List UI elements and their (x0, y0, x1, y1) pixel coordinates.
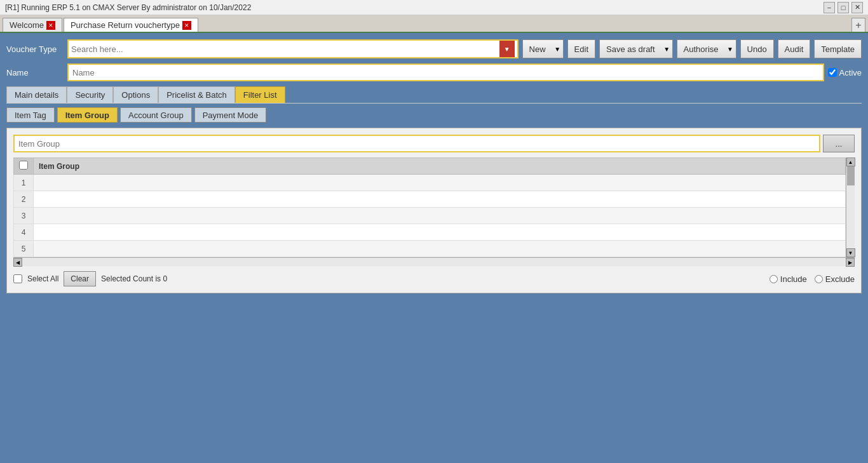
clear-button[interactable]: Clear (64, 271, 96, 286)
inner-tab-payment-mode-label: Payment Mode (203, 111, 258, 120)
table-cell-rownum-1: 1 (14, 175, 34, 191)
authorise-group: Authorise ▼ (677, 39, 736, 58)
item-group-table: Item Group 1 2 (13, 158, 846, 257)
selected-count-label: Selected Count is 0 (101, 274, 167, 283)
table-cell-rownum-4: 4 (14, 224, 34, 241)
tab-security[interactable]: Security (67, 86, 113, 103)
include-radio[interactable] (770, 275, 778, 283)
table-with-vscroll: Item Group 1 2 (13, 158, 855, 257)
table-header-checkbox-col (14, 158, 34, 175)
table-area: Item Group 1 2 (13, 158, 855, 266)
table-row: 1 (14, 175, 846, 191)
name-row: Name Active (6, 64, 862, 81)
scroll-left-button[interactable]: ◀ (13, 258, 22, 267)
close-button[interactable]: ✕ (851, 2, 863, 13)
new-dropdown-arrow[interactable]: ▼ (552, 39, 564, 58)
inner-tab-item-group[interactable]: Item Group (57, 107, 118, 123)
select-all-label[interactable]: Select All (27, 274, 58, 283)
edit-button[interactable]: Edit (567, 39, 595, 58)
bottom-controls: Select All Clear Selected Count is 0 Inc… (13, 271, 855, 286)
table-row: 4 (14, 224, 846, 241)
tab-pricelist-batch[interactable]: Pricelist & Batch (158, 86, 235, 103)
dropdown-arrow-icon[interactable]: ▼ (499, 41, 515, 57)
tab-pricelist-batch-label: Pricelist & Batch (166, 90, 227, 100)
tab-bar: Welcome ✕ Purchase Return vouchertype ✕ … (0, 15, 868, 33)
inner-tab-item-group-label: Item Group (65, 111, 109, 120)
minimize-button[interactable]: − (824, 2, 835, 13)
save-draft-dropdown-arrow[interactable]: ▼ (661, 39, 673, 58)
undo-button[interactable]: Undo (740, 39, 774, 58)
exclude-radio-label[interactable]: Exclude (815, 274, 855, 284)
table-cell-rownum-5: 5 (14, 241, 34, 257)
voucher-type-search-input[interactable] (71, 44, 499, 54)
item-group-browse-button[interactable]: ... (823, 135, 855, 152)
scroll-track-v[interactable] (846, 166, 855, 248)
tab-security-label: Security (75, 90, 105, 100)
table-header-checkbox[interactable] (19, 161, 28, 170)
tab-options[interactable]: Options (113, 86, 158, 103)
tab-purchase-return-close[interactable]: ✕ (182, 21, 191, 30)
scroll-down-button[interactable]: ▼ (846, 248, 855, 257)
exclude-label-text: Exclude (825, 274, 855, 284)
tab-purchase-return-label: Purchase Return vouchertype (71, 20, 180, 30)
inner-tab-payment-mode[interactable]: Payment Mode (194, 107, 266, 123)
exclude-radio[interactable] (815, 275, 823, 283)
authorise-dropdown-arrow[interactable]: ▼ (725, 39, 736, 58)
scroll-track-h[interactable] (22, 258, 846, 266)
inner-tabs: Item Tag Item Group Account Group Paymen… (6, 107, 862, 123)
template-button[interactable]: Template (814, 39, 862, 58)
table-cell-rownum-3: 3 (14, 208, 34, 224)
tab-filter-list-label: Filter List (243, 90, 277, 100)
scroll-right-button[interactable]: ▶ (846, 258, 855, 267)
table-cell-value-2 (34, 191, 846, 208)
tab-main-details[interactable]: Main details (6, 86, 67, 103)
include-label-text: Include (780, 274, 807, 284)
inner-tab-account-group[interactable]: Account Group (120, 107, 192, 123)
audit-button[interactable]: Audit (778, 39, 811, 58)
sub-tabs: Main details Security Options Pricelist … (6, 86, 862, 104)
new-button[interactable]: New (522, 39, 552, 58)
tab-options-label: Options (121, 90, 150, 100)
table-header-item-group: Item Group (34, 158, 846, 175)
item-group-search-input[interactable] (13, 135, 820, 152)
table-cell-value-5 (34, 241, 846, 257)
new-button-group: New ▼ (522, 39, 564, 58)
filter-panel: Item Tag Item Group Account Group Paymen… (6, 107, 862, 293)
tab-add-button[interactable]: + (851, 18, 865, 32)
table-scroll-area: Item Group 1 2 (13, 158, 846, 257)
item-group-search-row: ... (13, 135, 855, 152)
tab-welcome-close[interactable]: ✕ (46, 21, 55, 30)
save-as-draft-button[interactable]: Save as draft (599, 39, 661, 58)
select-all-checkbox[interactable] (13, 274, 22, 283)
include-radio-label[interactable]: Include (770, 274, 807, 284)
table-row: 3 (14, 208, 846, 224)
voucher-type-search-container[interactable]: ▼ (67, 39, 519, 58)
scroll-thumb-v[interactable] (847, 166, 855, 185)
table-cell-value-4 (34, 224, 846, 241)
active-checkbox[interactable] (828, 68, 837, 77)
scroll-up-button[interactable]: ▲ (846, 158, 855, 166)
table-cell-rownum-2: 2 (14, 191, 34, 208)
active-label: Active (839, 68, 862, 77)
table-row: 2 (14, 191, 846, 208)
name-input[interactable] (67, 64, 824, 81)
vertical-scrollbar[interactable]: ▲ ▼ (846, 158, 855, 257)
form-panel: Voucher Type ▼ New ▼ Edit Save as draft … (6, 39, 862, 293)
main-content: Voucher Type ▼ New ▼ Edit Save as draft … (0, 33, 868, 463)
voucher-type-label: Voucher Type (6, 44, 64, 54)
name-label: Name (6, 68, 64, 77)
save-as-draft-group: Save as draft ▼ (599, 39, 673, 58)
authorise-button[interactable]: Authorise (677, 39, 725, 58)
tab-filter-list[interactable]: Filter List (235, 86, 285, 103)
maximize-button[interactable]: □ (837, 2, 849, 13)
horizontal-scrollbar[interactable]: ◀ ▶ (13, 257, 855, 266)
inner-tab-item-tag[interactable]: Item Tag (6, 107, 55, 123)
tab-purchase-return[interactable]: Purchase Return vouchertype ✕ (64, 18, 198, 32)
title-bar: [R1] Running ERP 5.1 on CMAX Server By a… (0, 0, 868, 15)
inner-tab-account-group-label: Account Group (128, 111, 184, 120)
tab-welcome[interactable]: Welcome ✕ (3, 18, 62, 32)
inner-tab-item-tag-label: Item Tag (15, 111, 46, 120)
table-cell-value-1 (34, 175, 846, 191)
table-row: 5 (14, 241, 846, 257)
toolbar-row: Voucher Type ▼ New ▼ Edit Save as draft … (6, 39, 862, 58)
